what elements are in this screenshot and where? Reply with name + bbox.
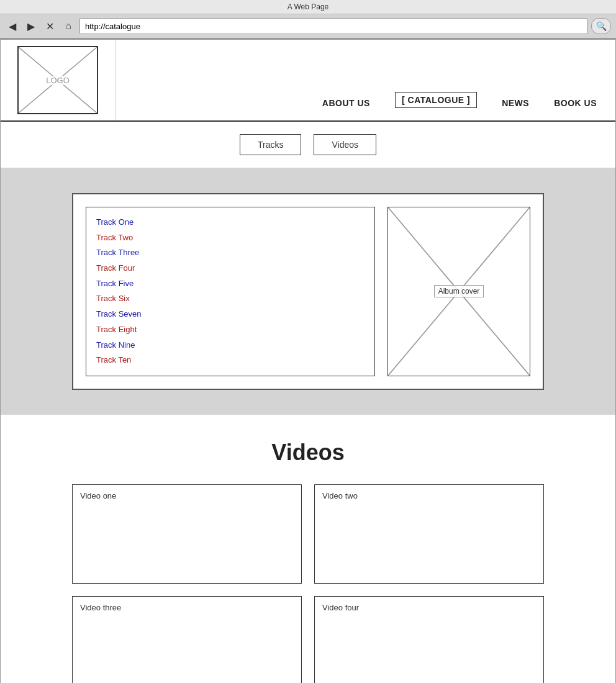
video-two-title: Video two [322,491,536,500]
logo-label: LOGO [45,76,71,85]
video-one-title: Video one [80,491,294,500]
track-one[interactable]: Track One [96,215,365,230]
tracklist-box: Track One Track Two Track Three Track Fo… [86,207,375,376]
album-cover-box: Album cover [387,207,530,376]
album-cover-label: Album cover [434,285,484,297]
track-three[interactable]: Track Three [96,245,365,261]
tabs-section: Tracks Videos [1,122,615,168]
forward-button[interactable]: ▶ [24,19,38,34]
tracks-container: Track One Track Two Track Three Track Fo… [72,193,544,390]
nav-about[interactable]: ABOUT US [322,98,370,108]
videos-title: Videos [13,440,603,466]
video-two-box: Video two [314,484,544,584]
videos-grid: Video one Video two Video three Video fo… [72,484,544,683]
site-header: LOGO ABOUT US [ CATALOGUE ] NEWS BOOK US [1,40,615,122]
videos-section: Videos Video one Video two Video three V… [1,415,615,683]
video-four-title: Video four [322,603,536,612]
page-wrapper: LOGO ABOUT US [ CATALOGUE ] NEWS BOOK US… [0,39,616,683]
logo-placeholder: LOGO [17,46,98,114]
browser-titlebar: A Web Page [0,0,616,14]
track-seven[interactable]: Track Seven [96,307,365,322]
home-button[interactable]: ⌂ [61,19,76,34]
stop-button[interactable]: ✕ [42,19,57,34]
nav-catalogue[interactable]: [ CATALOGUE ] [395,92,477,108]
track-two[interactable]: Track Two [96,230,365,246]
video-three-title: Video three [80,603,294,612]
tab-tracks[interactable]: Tracks [240,134,301,155]
track-six[interactable]: Track Six [96,291,365,307]
track-ten[interactable]: Track Ten [96,353,365,368]
logo-area: LOGO [1,40,116,120]
track-eight[interactable]: Track Eight [96,322,365,338]
tracks-section: Track One Track Two Track Three Track Fo… [1,168,615,415]
browser-toolbar: ◀ ▶ ✕ ⌂ 🔍 [0,14,616,38]
tab-videos[interactable]: Videos [314,134,376,155]
nav-book[interactable]: BOOK US [554,98,597,108]
page-title: A Web Page [288,2,329,11]
track-four[interactable]: Track Four [96,261,365,276]
site-nav: ABOUT US [ CATALOGUE ] NEWS BOOK US [116,40,615,120]
browser-chrome: A Web Page ◀ ▶ ✕ ⌂ 🔍 [0,0,616,39]
video-four-box: Video four [314,596,544,683]
nav-news[interactable]: NEWS [502,98,529,108]
back-button[interactable]: ◀ [5,19,20,34]
video-one-box: Video one [72,484,302,584]
track-five[interactable]: Track Five [96,276,365,292]
search-button[interactable]: 🔍 [591,18,611,34]
track-nine[interactable]: Track Nine [96,338,365,353]
video-three-box: Video three [72,596,302,683]
address-bar[interactable] [79,18,587,34]
